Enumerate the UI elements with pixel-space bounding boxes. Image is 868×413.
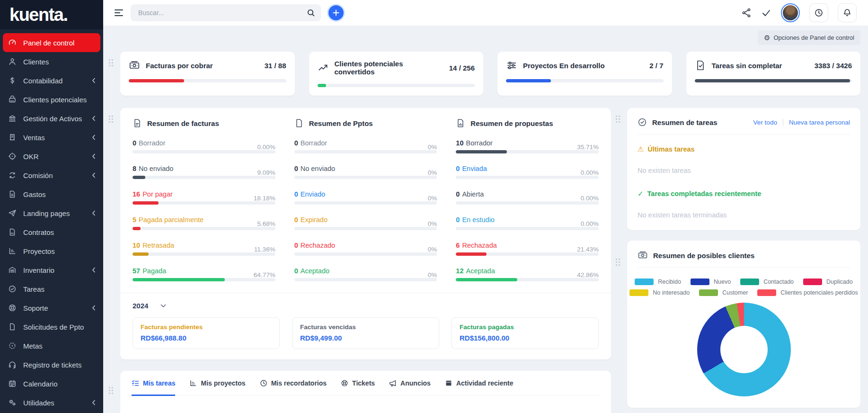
legend-label: Duplicado	[826, 278, 853, 285]
sidebar-item-ventas[interactable]: Ventas	[3, 128, 100, 147]
legend-item-recibido[interactable]: Recibido	[635, 278, 681, 285]
drag-handle[interactable]	[109, 387, 113, 394]
chevron-left-icon	[92, 116, 96, 121]
legend-label: No interesado	[653, 289, 690, 296]
view-all-link[interactable]: Ver todo	[753, 119, 777, 126]
legend-item-customer[interactable]: Customer	[699, 289, 748, 296]
progress-track	[695, 79, 852, 82]
tab-tickets[interactable]: Tickets	[341, 379, 375, 396]
row-percent: 0.00%	[581, 220, 599, 227]
history-button[interactable]	[809, 3, 828, 22]
legend-item-nuevo[interactable]: Nuevo	[691, 278, 731, 285]
main-area: ⚙ Opciones de Panel de control Facturas …	[103, 0, 868, 413]
quotes-summary-column: Resumen de Pptos 0Borrador0% 0No enviado…	[294, 118, 437, 281]
legend-item-contactado[interactable]: Contactado	[740, 278, 794, 285]
sidebar-item-clientes[interactable]: Clientes	[3, 52, 100, 71]
sidebar-item-label: Metas	[23, 342, 43, 350]
summary-row: 10Borrador35.71%	[456, 139, 599, 153]
row-progress-fill	[133, 252, 149, 256]
row-count: 12	[456, 267, 463, 275]
row-percent: 0%	[428, 271, 437, 278]
tab-label: Mis recordatorios	[271, 379, 327, 387]
drag-handle[interactable]	[109, 59, 113, 66]
sidebar-item-soporte[interactable]: Soporte	[3, 298, 100, 317]
progress-fill	[318, 84, 326, 87]
row-count: 0	[294, 165, 298, 172]
search-input[interactable]	[138, 9, 307, 17]
row-count: 0	[294, 139, 298, 147]
row-count: 0	[294, 190, 298, 198]
sidebar-item-contratos[interactable]: Contratos	[3, 223, 100, 242]
user-avatar[interactable]	[781, 3, 800, 22]
sidebar-item-calendario[interactable]: Calendario	[3, 374, 100, 393]
tabs-widget: Mis tareas Mis proyectos Mis recordatori…	[120, 371, 611, 413]
row-count: 0	[456, 216, 460, 224]
sidebar-item-okr[interactable]: OKR	[3, 147, 100, 166]
clients-icon	[8, 57, 17, 66]
total-amount: RD$66,988.80	[141, 334, 272, 342]
sidebar-item-tareas[interactable]: Tareas	[3, 279, 100, 298]
row-label: Enviada	[462, 165, 487, 172]
drag-handle[interactable]	[616, 259, 620, 266]
sidebar-item-inventario[interactable]: Inventario	[3, 260, 100, 279]
sidebar-item-panel-de-control[interactable]: Panel de control	[3, 33, 100, 52]
sidebar-toggle-icon[interactable]	[115, 9, 123, 16]
summary-row: 6Rechazada21.43%	[456, 242, 599, 256]
progress-track	[506, 79, 664, 82]
tab-anuncios[interactable]: Anuncios	[389, 379, 431, 396]
sidebar-item-contabilidad[interactable]: Contabilidad	[3, 71, 100, 90]
commission-icon	[8, 171, 17, 180]
sidebar-item-label: Landing pages	[23, 209, 70, 217]
row-percent: 0.00%	[581, 195, 599, 202]
row-progress-fill	[133, 176, 145, 179]
drag-handle[interactable]	[616, 116, 620, 123]
total-amount: RD$9,499.00	[300, 334, 431, 342]
paper-plane-icon	[8, 209, 17, 217]
sidebar-nav: Panel de control Clientes Contabilidad C…	[0, 29, 103, 412]
notifications-button[interactable]	[838, 3, 857, 22]
sidebar-item-label: Comisión	[23, 171, 53, 180]
chevron-left-icon	[92, 267, 96, 273]
legend-item-duplicado[interactable]: Duplicado	[803, 278, 853, 285]
options-row: ⚙ Opciones de Panel de control	[120, 30, 860, 45]
progress-track	[318, 84, 475, 87]
tab-mis-recordatorios[interactable]: Mis recordatorios	[260, 379, 327, 396]
life-ring-icon	[341, 379, 348, 387]
tab-mis-tareas[interactable]: Mis tareas	[132, 379, 175, 396]
tab-label: Anuncios	[400, 379, 431, 387]
sidebar-item-solicitudes-de-ppto[interactable]: Solicitudes de Ppto	[3, 317, 100, 336]
sidebar-item-metas[interactable]: Metas	[3, 336, 100, 355]
tab-actividad-reciente[interactable]: Actividad reciente	[445, 379, 514, 396]
row-count: 5	[133, 216, 136, 224]
new-personal-task-link[interactable]: Nueva tarea personal	[789, 119, 850, 126]
quick-add-button[interactable]	[328, 5, 344, 20]
share-icon[interactable]	[741, 8, 752, 18]
summary-row: 0No enviado0%	[294, 165, 437, 179]
sidebar-item-landing-pages[interactable]: Landing pages	[3, 204, 100, 223]
year-select[interactable]: 2024	[133, 302, 599, 310]
legend-item-no-interesado[interactable]: No interesado	[629, 289, 690, 296]
donut-legend: Recibido Nuevo Contactado Duplicado No i…	[638, 278, 850, 296]
sidebar-item-registro-de-tickets[interactable]: Registro de tickets	[3, 355, 100, 374]
target-icon	[8, 152, 17, 161]
dashboard-icon	[8, 38, 17, 47]
drag-handle[interactable]	[109, 116, 113, 123]
sidebar-item-utilidades[interactable]: Utilidades	[3, 393, 100, 412]
legend-item-perdidos[interactable]: Clientes potenciales perdidos	[757, 289, 858, 296]
search-icon[interactable]	[307, 9, 315, 17]
total-label: Facturas pagadas	[460, 323, 591, 331]
sidebar-item-proyectos[interactable]: Proyectos	[3, 242, 100, 260]
tab-mis-proyectos[interactable]: Mis proyectos	[189, 379, 245, 396]
stat-card-title: Clientes potenciales convertidos	[335, 60, 443, 76]
row-progress-fill	[133, 227, 141, 230]
check-icon[interactable]	[761, 8, 771, 18]
stat-card-title: Tareas sin completar	[712, 62, 809, 70]
sidebar-item-gestion-de-activos[interactable]: Gestión de Activos	[3, 109, 100, 128]
clock-icon	[260, 379, 267, 387]
sidebar-item-gastos[interactable]: Gastos	[3, 185, 100, 204]
file-lines-icon	[133, 118, 142, 128]
sidebar-item-clientes-potenciales[interactable]: Clientes potenciales	[3, 90, 100, 109]
dashboard-options-button[interactable]: ⚙ Opciones de Panel de control	[758, 30, 860, 45]
dashboard-options-label: Opciones de Panel de control	[773, 34, 854, 41]
sidebar-item-comision[interactable]: Comisión	[3, 166, 100, 185]
